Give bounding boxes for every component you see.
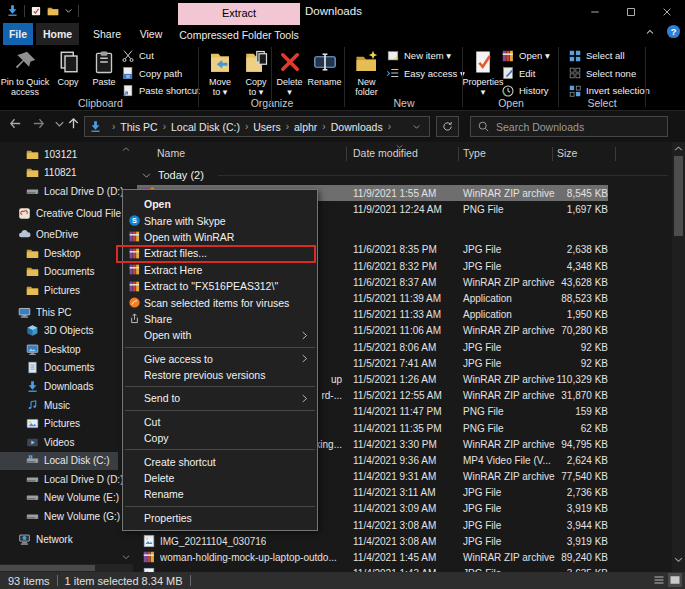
file-row[interactable]: IMG_20211104_03071611/4/2021 3:08 AMJPG … [137, 533, 615, 549]
column-header-type[interactable]: Type [463, 147, 486, 159]
maximize-button[interactable] [613, 0, 649, 23]
sidebar-item-pictures[interactable]: Pictures [0, 281, 133, 300]
qat-dropdown-icon[interactable] [64, 6, 73, 15]
sidebar-item-desktop[interactable]: Desktop [0, 340, 133, 359]
menu-item-copy[interactable]: Copy [123, 430, 317, 446]
back-button[interactable] [8, 116, 23, 131]
refresh-button[interactable] [436, 116, 459, 137]
copy-button[interactable]: Copy [49, 46, 87, 87]
column-header-date-modified[interactable]: Date modified [353, 147, 418, 159]
sidebar-item-local-drive-d-d-[interactable]: Local Drive D (D:) [0, 182, 133, 201]
column-separator[interactable] [552, 147, 553, 161]
rename-button[interactable]: Rename [306, 46, 343, 87]
collapse-group-icon[interactable] [141, 170, 152, 181]
select-all-button[interactable]: Select all [568, 47, 650, 65]
menu-item-rename[interactable]: Rename [123, 486, 317, 502]
scroll-down-icon[interactable] [121, 552, 131, 562]
sidebar-item-local-drive-d-d-[interactable]: Local Drive D (D:) [0, 470, 133, 489]
properties-quick-icon[interactable] [30, 5, 42, 17]
help-icon[interactable]: ? [666, 24, 681, 39]
sidebar-horizontal-scrollbar[interactable] [0, 564, 133, 572]
easy-access-button[interactable]: Easy access ▾ [386, 65, 465, 83]
delete-button[interactable]: Delete ▾ [274, 46, 305, 97]
sidebar-item-new-volume-e-[interactable]: New Volume (E:) [0, 489, 133, 508]
menu-item-scan-for-viruses[interactable]: Scan selected items for viruses [123, 294, 317, 310]
menu-item-open-with-winrar[interactable]: Open with WinRAR [123, 229, 317, 245]
properties-button[interactable]: Properties ▾ [466, 46, 500, 97]
column-header-name[interactable]: Name [157, 147, 185, 159]
breadcrumb-users[interactable]: Users [253, 121, 280, 133]
breadcrumb-downloads[interactable]: Downloads [331, 121, 383, 133]
minimize-button[interactable] [577, 0, 613, 23]
tab-view[interactable]: View [134, 23, 168, 45]
menu-item-delete[interactable]: Delete [123, 470, 317, 486]
scroll-up-icon[interactable] [121, 145, 131, 155]
menu-item-extract-to[interactable]: Extract to "FX516PEAS312\" [123, 278, 317, 294]
column-separator[interactable] [346, 147, 347, 161]
paste-button[interactable]: Paste [88, 46, 120, 87]
select-none-button[interactable]: Select none [568, 65, 650, 83]
pin-to-quick-access-button[interactable]: Pin to Quick access [2, 46, 48, 97]
column-header-size[interactable]: Size [557, 147, 577, 159]
edit-button[interactable]: Edit [501, 65, 550, 83]
move-to-button[interactable]: Move to ▾ [202, 46, 238, 97]
sidebar-item-pictures[interactable]: Pictures [0, 414, 133, 433]
sidebar-item-110821[interactable]: 110821 [0, 164, 133, 183]
sidebar-item-videos[interactable]: Videos [0, 433, 133, 452]
file-list-scrollbar[interactable] [672, 142, 685, 572]
collapse-ribbon-icon[interactable] [644, 26, 656, 38]
sidebar-item-music[interactable]: Music [0, 396, 133, 415]
thumbnail-view-button[interactable] [668, 573, 682, 587]
details-view-button[interactable] [652, 573, 666, 587]
menu-item-cut[interactable]: Cut [123, 414, 317, 430]
tab-file[interactable]: File [3, 23, 33, 45]
menu-item-send-to[interactable]: Send to [123, 390, 317, 406]
sidebar-item-documents[interactable]: Documents [0, 263, 133, 282]
sidebar-item-desktop[interactable]: Desktop [0, 244, 133, 263]
forward-button[interactable] [31, 116, 46, 131]
scroll-up-icon[interactable] [673, 144, 684, 155]
new-folder-quick-icon[interactable] [47, 5, 59, 17]
sidebar-item-this-pc[interactable]: This PC [0, 303, 133, 322]
close-button[interactable] [649, 0, 685, 23]
new-item-button[interactable]: New item ▾ [386, 47, 465, 65]
menu-item-create-shortcut[interactable]: Create shortcut [123, 453, 317, 469]
sidebar-item-documents[interactable]: Documents [0, 359, 133, 378]
sidebar-item-3d-objects[interactable]: 3D Objects [0, 321, 133, 340]
sidebar-item-new-volume-g-[interactable]: New Volume (G:) [0, 507, 133, 526]
up-button[interactable] [66, 116, 81, 131]
menu-item-extract-here[interactable]: Extract Here [123, 262, 317, 278]
menu-item-share-with-skype[interactable]: SShare with Skype [123, 212, 317, 228]
search-box[interactable]: Search Downloads [470, 116, 668, 137]
column-separator[interactable] [615, 147, 616, 161]
new-folder-button[interactable]: New folder [348, 46, 385, 97]
tab-compressed-folder-tools[interactable]: Compressed Folder Tools [178, 23, 300, 45]
copy-path-button[interactable]: WCopy path [121, 65, 200, 83]
sidebar-item-creative-cloud-file[interactable]: Creative Cloud File [0, 204, 133, 223]
menu-item-give-access-to[interactable]: Give access to [123, 351, 317, 367]
scroll-down-icon[interactable] [673, 554, 684, 565]
open-button[interactable]: Open ▾ [501, 47, 550, 65]
tab-home[interactable]: Home [36, 23, 79, 45]
menu-item-properties[interactable]: Properties [123, 510, 317, 526]
address-bar[interactable]: ›This PC›Local Disk (C:)›Users›alphr›Dow… [84, 116, 430, 137]
menu-item-open-with[interactable]: Open with [123, 327, 317, 343]
menu-item-share[interactable]: Share [123, 311, 317, 327]
group-header[interactable]: Today (2) [137, 167, 204, 183]
sidebar-item-103121[interactable]: 103121 [0, 145, 133, 164]
address-dropdown-icon[interactable] [411, 121, 422, 132]
contextual-tab-extract[interactable]: Extract [178, 3, 300, 23]
tab-share[interactable]: Share [86, 23, 128, 45]
sidebar-item-downloads[interactable]: Downloads [0, 377, 133, 396]
menu-item-restore-previous-versions[interactable]: Restore previous versions [123, 367, 317, 383]
menu-item-open[interactable]: Open [123, 196, 317, 212]
sidebar-item-network[interactable]: Network [0, 530, 133, 549]
sidebar-item-local-disk-c-[interactable]: Local Disk (C:) [0, 452, 118, 471]
recent-locations-dropdown[interactable] [52, 116, 67, 131]
breadcrumb-alphr[interactable]: alphr [294, 121, 317, 133]
sidebar-item-onedrive[interactable]: OneDrive [0, 225, 133, 244]
breadcrumb-this-pc[interactable]: This PC [120, 121, 157, 133]
column-separator[interactable] [458, 147, 459, 161]
copy-to-button[interactable]: Copy to ▾ [239, 46, 273, 97]
cut-button[interactable]: Cut [121, 47, 200, 65]
